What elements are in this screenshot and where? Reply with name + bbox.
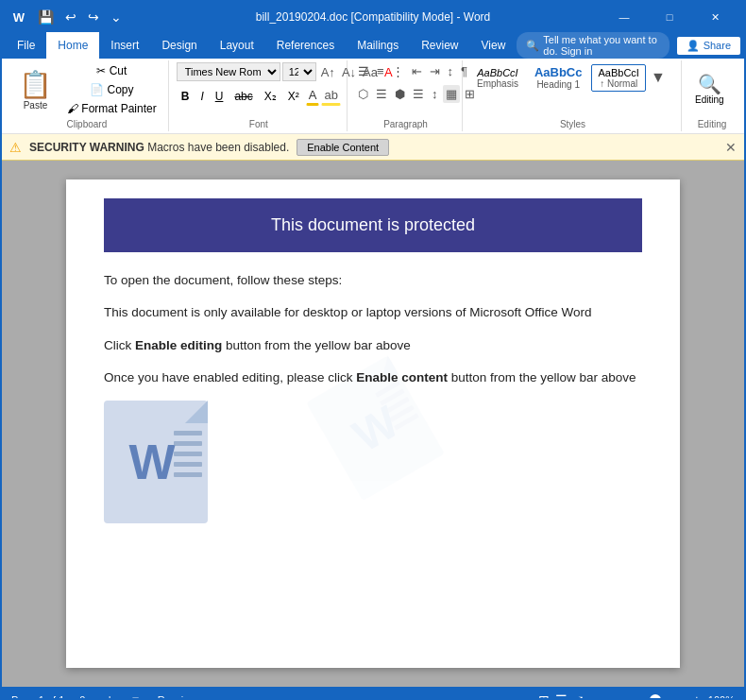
- search-icon: 🔍: [526, 40, 539, 52]
- tab-file[interactable]: File: [6, 32, 46, 59]
- zoom-minus-button[interactable]: −: [594, 692, 602, 700]
- tab-layout[interactable]: Layout: [209, 32, 265, 59]
- enable-content-button[interactable]: Enable Content: [297, 139, 389, 156]
- paste-icon: 📋: [19, 69, 52, 100]
- strikethrough-button[interactable]: abc: [229, 87, 257, 106]
- numbering-button[interactable]: ≡: [374, 62, 387, 80]
- paste-button[interactable]: 📋 Paste: [11, 67, 59, 112]
- style-normal-preview: AaBbCcI: [598, 67, 638, 78]
- window-title: bill_20190204.doc [Compatibility Mode] -…: [256, 10, 491, 24]
- doc-para-4-suffix: button from the yellow bar above: [448, 370, 636, 384]
- page-count: Page 1 of 1: [11, 694, 64, 700]
- word-count: 0 words: [79, 694, 116, 700]
- document-area: W This document is protected To open the…: [2, 161, 744, 687]
- highlight-button[interactable]: ab: [321, 86, 340, 106]
- word-icon-container: W: [104, 401, 208, 523]
- security-warning-label: SECURITY WARNING: [29, 141, 144, 154]
- doc-line: [174, 452, 202, 456]
- align-left-button[interactable]: ⬡: [355, 85, 371, 103]
- font-size-select[interactable]: 12: [282, 62, 316, 81]
- align-center-button[interactable]: ☰: [373, 85, 390, 103]
- tab-references[interactable]: References: [265, 32, 346, 59]
- align-right-button[interactable]: ⬢: [392, 85, 408, 103]
- window-controls: — □ ✕: [602, 2, 737, 32]
- editing-label: Editing: [695, 94, 724, 105]
- view-grid-button[interactable]: ⊞: [536, 692, 551, 700]
- undo-icon[interactable]: ↩: [61, 8, 80, 26]
- cut-button[interactable]: ✂ Cut: [61, 62, 162, 79]
- paste-label: Paste: [24, 100, 48, 111]
- tab-mailings[interactable]: Mailings: [346, 32, 410, 59]
- tab-insert[interactable]: Insert: [99, 32, 150, 59]
- doc-corner: [185, 401, 208, 423]
- tab-home[interactable]: Home: [46, 32, 99, 59]
- redo-icon[interactable]: ↪: [84, 8, 103, 26]
- styles-label: Styles: [470, 117, 675, 129]
- zoom-plus-button[interactable]: +: [693, 692, 701, 700]
- style-heading1[interactable]: AaBbCc Heading 1: [528, 62, 589, 93]
- zoom-level: 100%: [708, 694, 735, 700]
- editing-icon: 🔍: [698, 75, 721, 94]
- security-close-button[interactable]: ✕: [725, 140, 737, 155]
- protected-header: This document is protected: [104, 198, 642, 252]
- paragraph-label: Paragraph: [355, 117, 456, 129]
- style-normal[interactable]: AaBbCcI ↑ Normal: [591, 64, 645, 92]
- save-icon[interactable]: 💾: [34, 8, 58, 26]
- document-page: W This document is protected To open the…: [66, 179, 680, 668]
- minimize-button[interactable]: —: [602, 2, 646, 32]
- tab-view[interactable]: View: [470, 32, 517, 59]
- bold-button[interactable]: B: [177, 87, 195, 106]
- ribbon-toolbar: 📋 Paste ✂ Cut 📄 Copy 🖌 Format Painter Cl…: [2, 59, 744, 134]
- security-text: SECURITY WARNING Macros have been disabl…: [29, 141, 289, 154]
- security-bar: ⚠ SECURITY WARNING Macros have been disa…: [2, 134, 744, 161]
- line-spacing-button[interactable]: ↕: [429, 85, 441, 103]
- close-button[interactable]: ✕: [693, 2, 737, 32]
- sort-button[interactable]: ↕: [445, 62, 457, 80]
- bullets-button[interactable]: ☰: [355, 62, 372, 80]
- shading-button[interactable]: ▦: [443, 85, 460, 103]
- word-doc-illustration: W: [104, 401, 642, 523]
- editing-button[interactable]: 🔍 Editing: [689, 73, 730, 107]
- subscript-button[interactable]: X₂: [260, 87, 281, 106]
- style-scroll-arrow[interactable]: ▼: [649, 69, 668, 86]
- font-group: Times New Roman 12 A↑ A↓ Aa A B I U abc …: [171, 60, 348, 131]
- menu-tabs: File Home Insert Design Layout Reference…: [2, 32, 744, 59]
- quick-access-toolbar: 💾 ↩ ↪ ⌄: [34, 8, 126, 26]
- zoom-thumb: [650, 694, 661, 700]
- copy-button[interactable]: 📄 Copy: [61, 81, 162, 98]
- para-row-bottom: ⬡ ☰ ⬢ ☰ ↕ ▦ ⊞: [355, 85, 478, 103]
- clipboard-label: Clipboard: [11, 117, 162, 129]
- italic-button[interactable]: I: [195, 87, 208, 106]
- document-body[interactable]: To open the document, follow these steps…: [104, 271, 642, 523]
- view-list-button[interactable]: ☰: [553, 692, 569, 700]
- title-bar: W 💾 ↩ ↪ ⌄ bill_20190204.doc [Compatibili…: [2, 2, 744, 32]
- security-message: Macros have been disabled.: [147, 141, 289, 154]
- style-items: AaBbCcI Emphasis AaBbCc Heading 1 AaBbCc…: [470, 62, 668, 93]
- style-normal-label: ↑ Normal: [598, 78, 638, 89]
- status-right: ⊞ ☰ ⤢ − + 100%: [536, 692, 735, 700]
- maximize-button[interactable]: □: [648, 2, 691, 32]
- format-painter-button[interactable]: 🖌 Format Painter: [61, 100, 162, 117]
- font-name-select[interactable]: Times New Roman: [177, 62, 280, 81]
- title-bar-left: W 💾 ↩ ↪ ⌄: [9, 8, 126, 26]
- share-button[interactable]: 👤 Share: [677, 37, 740, 55]
- style-emphasis[interactable]: AaBbCcI Emphasis: [470, 64, 525, 92]
- justify-button[interactable]: ☰: [410, 85, 427, 103]
- decrease-indent-button[interactable]: ⇤: [409, 62, 425, 80]
- view-fullscreen-button[interactable]: ⤢: [571, 692, 586, 700]
- increase-font-button[interactable]: A↑: [318, 63, 338, 81]
- doc-para-4-bold: Enable content: [356, 370, 448, 384]
- quick-access-dropdown[interactable]: ⌄: [107, 8, 126, 26]
- style-heading1-label: Heading 1: [534, 79, 583, 90]
- underline-button[interactable]: U: [211, 87, 229, 106]
- multilevel-button[interactable]: ⋮: [389, 62, 407, 80]
- superscript-button[interactable]: X²: [283, 87, 304, 106]
- font-color-button[interactable]: A: [306, 86, 320, 106]
- tab-design[interactable]: Design: [150, 32, 208, 59]
- doc-para-3-suffix: button from the yellow bar above: [222, 338, 411, 352]
- tell-me-input[interactable]: 🔍 Tell me what you want to do. Sign in: [517, 32, 669, 59]
- tab-review[interactable]: Review: [410, 32, 469, 59]
- warning-icon: ⚠: [9, 140, 22, 155]
- increase-indent-button[interactable]: ⇥: [427, 62, 443, 80]
- language-indicator[interactable]: Russian: [158, 694, 195, 700]
